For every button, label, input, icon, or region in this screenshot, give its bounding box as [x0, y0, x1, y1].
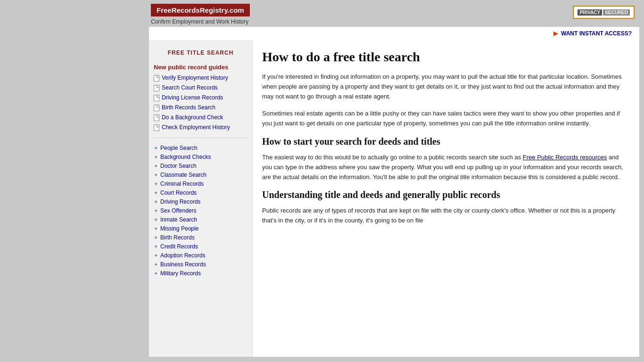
cross-icon: ✦ [154, 208, 158, 214]
nav-item[interactable]: ✦Business Records [154, 261, 248, 268]
paragraph-2: Sometimes real estate agents can be a li… [262, 109, 625, 129]
cross-icon: ✦ [154, 172, 158, 178]
nav-item[interactable]: ✦Background Checks [154, 154, 248, 160]
arrow-icon: ▶ [553, 30, 558, 37]
sidebar-divider [154, 138, 248, 138]
nav-label: Inmate Search [160, 216, 197, 223]
nav-item[interactable]: ✦Court Records [154, 189, 248, 196]
secured-label: SECURED [603, 9, 630, 16]
guide-item[interactable]: Verify Employment History [154, 74, 248, 82]
nav-item[interactable]: ✦Adoption Records [154, 252, 248, 259]
logo-button[interactable]: FreeRecordsRegistry.com [151, 4, 250, 16]
cross-icon: ✦ [154, 262, 158, 268]
document-icon [154, 105, 159, 111]
nav-item[interactable]: ✦Sex Offenders [154, 207, 248, 214]
nav-item[interactable]: ✦Missing People [154, 225, 248, 232]
cross-icon: ✦ [154, 181, 158, 187]
nav-label: Sex Offenders [160, 207, 197, 214]
nav-item[interactable]: ✦Birth Records [154, 234, 248, 241]
para3-before-link: The easiest way to do this would be to a… [262, 154, 523, 161]
para3-link-text: Free Public Records resources [523, 154, 607, 161]
cross-icon: ✦ [154, 190, 158, 196]
nav-item[interactable]: ✦Military Records [154, 270, 248, 277]
nav-label: Criminal Records [160, 181, 204, 187]
main-wrapper: ▶ WANT INSTANT ACCESS? FREE TITLE SEARCH… [149, 27, 639, 357]
guide-label: Search Court Records [162, 84, 218, 91]
nav-label: Credit Records [160, 243, 198, 250]
nav-item[interactable]: ✦Criminal Records [154, 181, 248, 187]
nav-label: Adoption Records [160, 252, 205, 259]
nav-list: ✦People Search✦Background Checks✦Doctor … [154, 145, 248, 277]
nav-label: Missing People [160, 225, 198, 232]
nav-label: Court Records [160, 189, 197, 196]
cross-icon: ✦ [154, 235, 158, 241]
instant-access-label: WANT INSTANT ACCESS? [561, 30, 632, 37]
cross-icon: ✦ [154, 217, 158, 223]
privacy-label: PRIVACY [578, 9, 602, 16]
guide-item[interactable]: Do a Background Check [154, 114, 248, 121]
nav-item[interactable]: ✦Doctor Search [154, 163, 248, 169]
guide-item[interactable]: Driving License Records [154, 94, 248, 101]
section3-title: Understanding title and deeds and genera… [262, 189, 625, 200]
guide-item[interactable]: Search Court Records [154, 84, 248, 91]
paragraph-4: Public records are any of types of recor… [262, 206, 625, 226]
nav-label: Doctor Search [160, 163, 197, 169]
content-area: FREE TITLE SEARCH New public record guid… [149, 40, 639, 357]
guide-label: Check Employment History [162, 124, 230, 131]
cross-icon: ✦ [154, 145, 158, 151]
main-content: How to do a free title search If you're … [253, 40, 639, 357]
cross-icon: ✦ [154, 154, 158, 160]
nav-label: Classmate Search [160, 172, 206, 178]
cross-icon: ✦ [154, 226, 158, 232]
cross-icon: ✦ [154, 244, 158, 250]
nav-item[interactable]: ✦Inmate Search [154, 216, 248, 223]
nav-label: Business Records [160, 261, 206, 268]
guide-label: Do a Background Check [162, 114, 223, 121]
nav-label: Birth Records [160, 234, 195, 241]
sidebar: FREE TITLE SEARCH New public record guid… [149, 40, 253, 357]
nav-label: Driving Records [160, 198, 200, 205]
nav-label: Background Checks [160, 154, 211, 160]
site-header: FreeRecordsRegistry.com Confirm Employme… [0, 0, 644, 27]
paragraph-1: If you're interested in finding out info… [262, 72, 625, 101]
header-left: FreeRecordsRegistry.com Confirm Employme… [151, 4, 250, 25]
document-icon [154, 85, 159, 91]
guide-label: Driving License Records [162, 94, 223, 101]
guide-item[interactable]: Birth Records Search [154, 104, 248, 111]
nav-item[interactable]: ✦Driving Records [154, 198, 248, 205]
nav-item[interactable]: ✦People Search [154, 145, 248, 151]
top-bar: ▶ WANT INSTANT ACCESS? [149, 27, 639, 40]
sidebar-title: FREE TITLE SEARCH [154, 49, 248, 56]
guide-label: Birth Records Search [162, 104, 215, 111]
nav-label: People Search [160, 145, 198, 151]
cross-icon: ✦ [154, 253, 158, 259]
guide-item[interactable]: Check Employment History [154, 124, 248, 131]
document-icon [154, 115, 159, 121]
main-title: How to do a free title search [262, 49, 625, 65]
guide-label: Verify Employment History [162, 74, 228, 81]
nav-item[interactable]: ✦Credit Records [154, 243, 248, 250]
section2-title: How to start your search for deeds and t… [262, 136, 625, 147]
paragraph-3: The easiest way to do this would be to a… [262, 153, 625, 182]
cross-icon: ✦ [154, 271, 158, 277]
free-public-records-link[interactable]: Free Public Records resources [523, 154, 607, 161]
document-icon [154, 124, 159, 131]
cross-icon: ✦ [154, 163, 158, 169]
guides-list: Verify Employment HistorySearch Court Re… [154, 74, 248, 131]
tagline: Confirm Employment and Work History [151, 18, 250, 25]
document-icon [154, 95, 159, 101]
instant-access-link[interactable]: ▶ WANT INSTANT ACCESS? [553, 30, 632, 37]
nav-item[interactable]: ✦Classmate Search [154, 172, 248, 178]
cross-icon: ✦ [154, 199, 158, 205]
new-guides-label: New public record guides [154, 64, 248, 71]
document-icon [154, 75, 159, 82]
privacy-badge: PRIVACY SECURED [573, 6, 635, 19]
nav-label: Military Records [160, 270, 201, 277]
